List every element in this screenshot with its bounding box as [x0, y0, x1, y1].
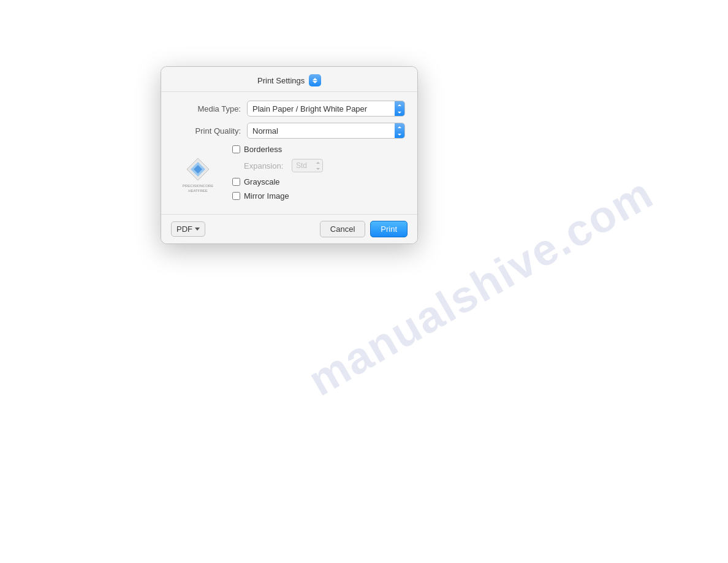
options-section: PRECISIONCORE HEATFREE Borderless Expans…: [173, 145, 405, 205]
borderless-label[interactable]: Borderless: [244, 145, 282, 154]
expansion-select-wrapper: StdMinMidMax: [292, 159, 323, 172]
printer-logo-area: PRECISIONCORE HEATFREE: [173, 145, 222, 205]
mirror-image-label[interactable]: Mirror Image: [244, 191, 289, 201]
expansion-select: StdMinMidMax: [292, 160, 314, 171]
precisioncore-logo: [186, 157, 210, 182]
media-type-row: Media Type: Plain Paper / Bright White P…: [173, 101, 405, 117]
media-type-stepper-down[interactable]: [395, 109, 404, 116]
dialog-header: Print Settings: [161, 67, 417, 92]
grayscale-checkbox[interactable]: [232, 178, 240, 186]
print-settings-dialog: Print Settings Media Type: Plain Paper /…: [161, 66, 418, 244]
pdf-chevron-icon: [195, 228, 200, 231]
borderless-checkbox[interactable]: [232, 145, 240, 153]
settings-stepper-icon[interactable]: [309, 74, 321, 86]
borderless-row: Borderless: [232, 145, 405, 154]
expansion-label: Expansion:: [244, 161, 287, 170]
pdf-button[interactable]: PDF: [171, 221, 205, 237]
mirror-image-checkbox[interactable]: [232, 192, 240, 200]
media-type-select-wrapper[interactable]: Plain Paper / Bright White PaperGlossy P…: [247, 101, 405, 117]
print-quality-select[interactable]: DraftNormalFineSuper Fine: [248, 124, 395, 137]
footer-action-buttons: Cancel Print: [320, 221, 408, 237]
grayscale-row: Grayscale: [232, 177, 405, 186]
print-quality-label: Print Quality:: [173, 126, 241, 136]
print-quality-stepper-up[interactable]: [395, 123, 404, 131]
precisioncore-text-line2: HEATFREE: [188, 189, 208, 194]
print-quality-stepper-down[interactable]: [395, 131, 404, 138]
expansion-stepper-down: [314, 166, 322, 172]
cancel-button[interactable]: Cancel: [320, 221, 365, 237]
expansion-stepper: [314, 159, 322, 172]
mirror-image-row: Mirror Image: [232, 191, 405, 201]
print-quality-stepper[interactable]: [395, 123, 404, 138]
checkboxes-area: Borderless Expansion: StdMinMidMax: [232, 145, 405, 205]
print-quality-select-wrapper[interactable]: DraftNormalFineSuper Fine: [247, 123, 405, 139]
pdf-label: PDF: [176, 224, 192, 234]
settings-dropdown[interactable]: Print Settings: [257, 76, 305, 85]
precisioncore-text-line1: PRECISIONCORE: [183, 184, 213, 189]
dialog-footer: PDF Cancel Print: [161, 214, 417, 243]
media-type-stepper[interactable]: [395, 101, 404, 116]
expansion-row: Expansion: StdMinMidMax: [244, 159, 405, 172]
media-type-label: Media Type:: [173, 104, 241, 113]
grayscale-label[interactable]: Grayscale: [244, 177, 280, 186]
dialog-body: Media Type: Plain Paper / Bright White P…: [161, 92, 417, 214]
media-type-stepper-up[interactable]: [395, 101, 404, 109]
media-type-select[interactable]: Plain Paper / Bright White PaperGlossy P…: [248, 102, 395, 115]
print-quality-row: Print Quality: DraftNormalFineSuper Fine: [173, 123, 405, 139]
expansion-stepper-up: [314, 159, 322, 166]
settings-dropdown-wrapper[interactable]: Print Settings: [257, 74, 321, 86]
print-button[interactable]: Print: [370, 221, 408, 237]
